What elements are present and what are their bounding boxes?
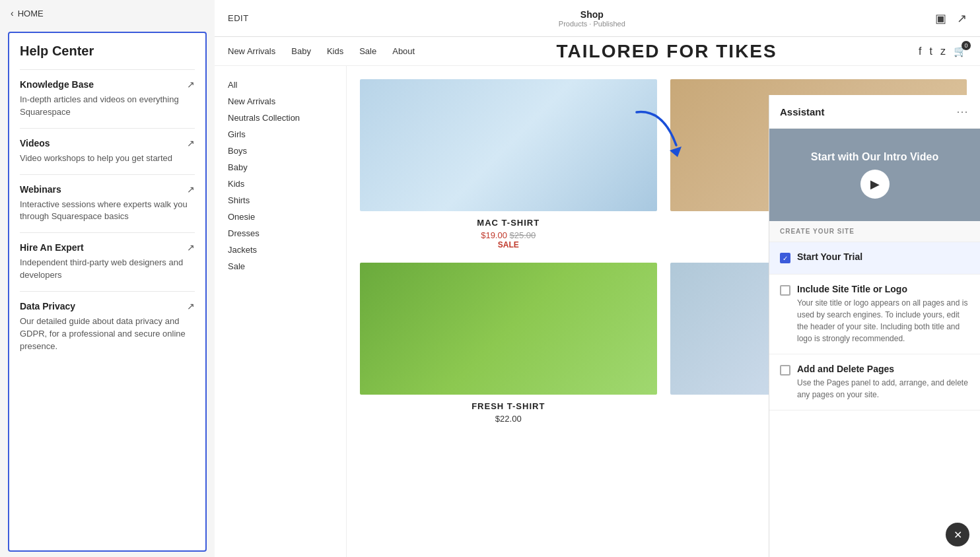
help-center-box: Help Center Knowledge Base ↗ In-depth ar… <box>8 32 207 552</box>
category-item[interactable]: Baby <box>228 159 333 176</box>
assistant-header: Assistant ⋯ <box>769 95 980 129</box>
mobile-icon[interactable]: ▣ <box>935 11 946 26</box>
category-item[interactable]: Girls <box>228 126 333 143</box>
create-section-label: CREATE YOUR SITE <box>769 221 980 242</box>
product-card-mac-tshirt[interactable]: MAC T-SHIRT $19.00 $25.00 SALE <box>360 79 657 249</box>
help-item-title: Hire An Expert <box>20 242 84 253</box>
category-item[interactable]: Neutrals Collection <box>228 110 333 126</box>
help-item-title: Data Privacy <box>20 301 75 311</box>
checklist-desc: Use the Pages panel to add, arrange, and… <box>797 377 969 401</box>
help-item-data-privacy[interactable]: Data Privacy ↗ Our detailed guide about … <box>20 291 195 362</box>
hero-title: TAILORED FOR TIKES <box>557 41 777 62</box>
twitter-icon[interactable]: t <box>930 46 932 57</box>
top-bar-icons: ▣ ↗ <box>935 11 967 26</box>
site-nav: New ArrivalsBabyKidsSaleAbout TAILORED F… <box>215 37 980 66</box>
help-item-knowledge-base[interactable]: Knowledge Base ↗ In-depth articles and v… <box>20 69 195 128</box>
help-item-hire-expert[interactable]: Hire An Expert ↗ Independent third-party… <box>20 232 195 291</box>
nav-link-new-arrivals[interactable]: New Arrivals <box>228 46 275 56</box>
edit-label: EDIT <box>228 13 249 23</box>
checklist-item-start-trial[interactable]: ✓ Start Your Trial <box>769 242 980 275</box>
play-button[interactable]: ▶ <box>860 170 890 199</box>
video-label: Start with Our Intro Video <box>811 151 939 163</box>
social-icons: f t z 🛒 0 <box>919 45 967 57</box>
back-label: HOME <box>18 9 44 18</box>
help-item-webinars[interactable]: Webinars ↗ Interactive sessions where ex… <box>20 174 195 233</box>
checklist-desc: Your site title or logo appears on all p… <box>797 297 969 344</box>
cart-badge: 0 <box>962 41 971 50</box>
product-price: $22.00 <box>360 414 657 424</box>
checklist-title: Include Site Title or Logo <box>797 284 969 294</box>
product-price: $19.00 $25.00 SALE <box>360 230 657 249</box>
chevron-left-icon: ‹ <box>11 8 14 18</box>
category-item[interactable]: Dresses <box>228 225 333 242</box>
checklist-title: Add and Delete Pages <box>797 364 969 374</box>
help-item-desc: Video workshops to help you get started <box>20 152 195 165</box>
external-link-icon: ↗ <box>187 184 195 195</box>
cart-icon-wrapper[interactable]: 🛒 0 <box>954 45 967 57</box>
product-image <box>360 79 657 211</box>
nav-link-sale[interactable]: Sale <box>359 46 376 56</box>
checklist-content: Add and Delete Pages Use the Pages panel… <box>797 364 969 401</box>
checkbox-unchecked <box>780 365 790 376</box>
checklist-title: Start Your Trial <box>797 251 862 262</box>
category-item[interactable]: New Arrivals <box>228 93 333 110</box>
checklist-item-add-delete-pages[interactable]: Add and Delete Pages Use the Pages panel… <box>769 354 980 410</box>
sale-price: $19.00 <box>481 230 507 240</box>
checkbox-unchecked <box>780 285 790 296</box>
checkbox-checked: ✓ <box>780 253 790 263</box>
instagram-icon[interactable]: z <box>940 46 946 57</box>
help-center-title: Help Center <box>20 44 195 59</box>
product-name: FRESH T-SHIRT <box>360 401 657 411</box>
left-panel: ‹ HOME Help Center Knowledge Base ↗ In-d… <box>0 0 215 557</box>
product-card-fresh-tshirt[interactable]: FRESH T-SHIRT $22.00 <box>360 263 657 424</box>
expand-icon[interactable]: ↗ <box>957 11 967 26</box>
help-item-desc: In-depth articles and videos on everythi… <box>20 94 195 119</box>
checklist-content: Start Your Trial <box>797 251 862 265</box>
product-image <box>360 263 657 395</box>
category-item[interactable]: Jackets <box>228 242 333 258</box>
category-item[interactable]: Boys <box>228 143 333 159</box>
external-link-icon: ↗ <box>187 242 195 253</box>
assistant-menu-button[interactable]: ⋯ <box>956 104 969 119</box>
back-nav[interactable]: ‹ HOME <box>0 0 215 26</box>
category-item[interactable]: All <box>228 77 333 93</box>
intro-video-thumb[interactable]: Start with Our Intro Video ▶ <box>769 129 980 221</box>
facebook-icon[interactable]: f <box>919 46 921 57</box>
nav-link-about[interactable]: About <box>392 46 415 56</box>
external-link-icon: ↗ <box>187 301 195 311</box>
sale-badge: SALE <box>360 240 657 249</box>
help-item-title: Webinars <box>20 184 61 195</box>
help-item-title: Knowledge Base <box>20 79 94 90</box>
site-nav-links: New ArrivalsBabyKidsSaleAbout <box>228 46 415 56</box>
nav-link-kids[interactable]: Kids <box>327 46 343 56</box>
site-body: AllNew ArrivalsNeutrals CollectionGirlsB… <box>215 66 980 557</box>
category-item[interactable]: Shirts <box>228 192 333 209</box>
original-price: $25.00 <box>510 230 536 240</box>
help-item-desc: Independent third-party web designers an… <box>20 257 195 282</box>
help-item-title: Videos <box>20 138 50 148</box>
category-item[interactable]: Sale <box>228 258 333 275</box>
checklist-item-site-title-logo[interactable]: Include Site Title or Logo Your site tit… <box>769 275 980 354</box>
categories-sidebar: AllNew ArrivalsNeutrals CollectionGirlsB… <box>215 66 347 557</box>
shop-info: Shop Products · Published <box>559 9 625 28</box>
close-button[interactable]: ✕ <box>946 523 969 546</box>
assistant-title: Assistant <box>780 106 825 117</box>
external-link-icon: ↗ <box>187 79 195 90</box>
main-area: EDIT Shop Products · Published ▣ ↗ New A… <box>215 0 980 557</box>
shop-title: Shop <box>559 9 625 20</box>
help-item-desc: Our detailed guide about data privacy an… <box>20 315 195 353</box>
external-link-icon: ↗ <box>187 138 195 148</box>
help-item-videos[interactable]: Videos ↗ Video workshops to help you get… <box>20 128 195 174</box>
checklist: ✓ Start Your Trial Include Site Title or… <box>769 242 980 410</box>
nav-link-baby[interactable]: Baby <box>291 46 311 56</box>
help-items-list: Knowledge Base ↗ In-depth articles and v… <box>20 69 195 362</box>
assistant-panel: Assistant ⋯ Start with Our Intro Video ▶… <box>769 95 980 557</box>
help-item-desc: Interactive sessions where experts walk … <box>20 199 195 224</box>
category-item[interactable]: Onesie <box>228 209 333 225</box>
shop-subtitle: Products · Published <box>559 20 625 28</box>
product-name: MAC T-SHIRT <box>360 218 657 228</box>
top-bar: EDIT Shop Products · Published ▣ ↗ <box>215 0 980 37</box>
checklist-content: Include Site Title or Logo Your site tit… <box>797 284 969 344</box>
website-content: New ArrivalsBabyKidsSaleAbout TAILORED F… <box>215 37 980 557</box>
category-item[interactable]: Kids <box>228 176 333 192</box>
